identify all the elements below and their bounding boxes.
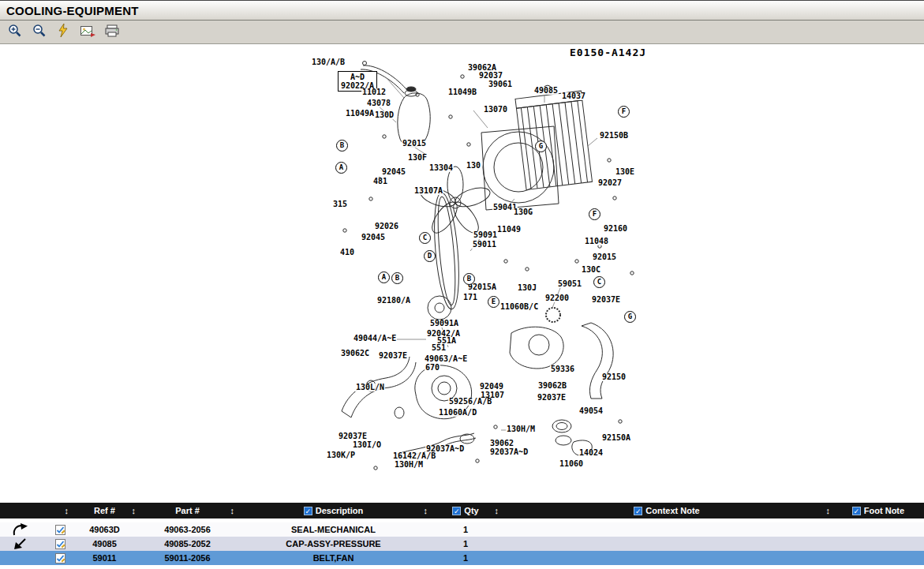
part-label-551[interactable]: 551: [431, 344, 447, 352]
part-label-130K-P[interactable]: 130K/P: [326, 451, 356, 459]
column-header-qty[interactable]: ✓Qty↕: [430, 503, 501, 518]
part-label-92200[interactable]: 92200: [544, 294, 570, 302]
part-label-49085[interactable]: 49085: [533, 87, 559, 95]
part-label-49054[interactable]: 49054: [578, 407, 604, 415]
back-arrow-icon[interactable]: [0, 537, 41, 550]
ref-circle-marker-F: F: [589, 208, 600, 220]
part-label-92015[interactable]: 92015: [592, 253, 617, 261]
part-label-59336[interactable]: 59336: [550, 365, 575, 373]
part-label-92037E[interactable]: 92037E: [537, 394, 567, 402]
part-label-92037E[interactable]: 92037E: [378, 352, 408, 360]
column-header-context[interactable]: ✓Context Note↕: [501, 503, 832, 518]
sort-icon[interactable]: ↕: [826, 506, 831, 515]
column-checkbox-qty[interactable]: ✓: [452, 507, 461, 515]
part-label-59011[interactable]: 59011: [472, 241, 497, 249]
part-label-14037[interactable]: 14037: [561, 92, 586, 100]
part-label-13107A[interactable]: 13107A: [413, 187, 443, 195]
column-header-ref[interactable]: Ref #↕: [71, 503, 138, 518]
part-label-130F[interactable]: 130F: [407, 154, 428, 162]
part-label-92150B[interactable]: 92150B: [599, 132, 629, 140]
part-label-11012[interactable]: 11012: [361, 88, 387, 96]
cell-part: 49085-2052: [138, 537, 237, 551]
part-label-39062[interactable]: 39062: [489, 440, 514, 447]
ref-circle-marker-C: C: [419, 232, 431, 244]
part-label-11049[interactable]: 11049: [496, 226, 522, 234]
part-label-92049[interactable]: 92049: [479, 383, 504, 391]
forward-curved-arrow-icon[interactable]: [0, 523, 41, 537]
part-label-43078[interactable]: 43078: [366, 99, 391, 107]
row-icons-cell: [0, 537, 71, 551]
part-label-11060B-C[interactable]: 11060B/C: [499, 303, 539, 311]
column-header-icons[interactable]: ↕: [0, 503, 71, 518]
part-label-59256-A-B[interactable]: 59256/A/B: [448, 398, 492, 406]
part-label-59051[interactable]: 59051: [557, 280, 582, 288]
part-label-92037E[interactable]: 92037E: [591, 296, 621, 304]
part-label-11049A[interactable]: 11049A: [345, 110, 375, 118]
part-label-130[interactable]: 130: [466, 162, 481, 170]
sort-icon[interactable]: ↕: [495, 506, 499, 515]
part-label-16142-A-B[interactable]: 16142/A/B: [392, 452, 436, 460]
part-label-39061[interactable]: 39061: [488, 80, 513, 88]
part-label-92037E[interactable]: 92037E: [338, 432, 368, 440]
table-row-49063D[interactable]: 49063D49063-2056SEAL-MECHANICAL1: [0, 522, 924, 537]
part-label-481[interactable]: 481: [372, 178, 388, 185]
part-label-92150[interactable]: 92150: [601, 373, 627, 381]
part-label-670[interactable]: 670: [425, 364, 440, 372]
table-row-59011[interactable]: 5901159011-2056BELT,FAN1: [0, 551, 924, 565]
part-label-39062B[interactable]: 39062B: [537, 382, 567, 390]
note-checkbox-icon[interactable]: [55, 553, 65, 563]
sort-icon[interactable]: ↕: [230, 506, 235, 515]
cell-qty: 1: [430, 537, 501, 551]
part-label-92045[interactable]: 92045: [381, 168, 406, 176]
table-row-49085[interactable]: 4908549085-2052CAP-ASSY-PRESSURE1: [0, 537, 924, 551]
sort-icon[interactable]: ↕: [424, 506, 428, 515]
part-label-92045[interactable]: 92045: [361, 234, 386, 241]
part-label-130D[interactable]: 130D: [374, 111, 395, 119]
part-label-92180-A[interactable]: 92180/A: [376, 297, 411, 305]
part-label-130H-M[interactable]: 130H/M: [394, 461, 424, 469]
part-label-410[interactable]: 410: [339, 249, 355, 256]
table-body: 49063D49063-2056SEAL-MECHANICAL149085490…: [0, 522, 924, 565]
column-header-desc[interactable]: ✓Description↕: [237, 503, 430, 518]
part-label-315[interactable]: 315: [332, 200, 348, 208]
part-label-92027[interactable]: 92027: [597, 179, 623, 187]
part-label-39062C[interactable]: 39062C: [340, 350, 370, 357]
cell-desc: CAP-ASSY-PRESSURE: [237, 537, 430, 551]
sort-icon[interactable]: ↕: [65, 506, 69, 515]
note-checkbox-icon[interactable]: [55, 525, 65, 535]
part-label-92150A[interactable]: 92150A: [601, 434, 631, 442]
part-label-92015A[interactable]: 92015A: [467, 283, 497, 291]
part-label-13070[interactable]: 13070: [483, 106, 508, 114]
column-checkbox-foot[interactable]: ✓: [852, 507, 861, 515]
part-label-11049B[interactable]: 11049B: [447, 88, 477, 96]
note-checkbox-icon[interactable]: [55, 539, 65, 549]
part-label-130H-M[interactable]: 130H/M: [506, 425, 536, 433]
part-label-49044-A-E[interactable]: 49044/A~E: [353, 335, 397, 343]
part-label-59091[interactable]: 59091: [473, 231, 498, 239]
part-label-130J[interactable]: 130J: [517, 284, 537, 292]
part-label-130-A-B[interactable]: 130/A/B: [311, 58, 346, 66]
part-label-130C[interactable]: 130C: [581, 266, 601, 274]
part-label-59091A[interactable]: 59091A: [429, 320, 459, 328]
sort-icon[interactable]: ↕: [132, 506, 137, 515]
column-header-part[interactable]: Part #↕: [138, 503, 237, 518]
column-checkbox-desc[interactable]: ✓: [304, 507, 312, 515]
column-label-context: Context Note: [645, 506, 699, 515]
part-label-11048[interactable]: 11048: [584, 238, 609, 245]
part-label-130I-O[interactable]: 130I/O: [352, 441, 382, 449]
part-label-49063-A-E[interactable]: 49063/A~E: [424, 355, 468, 363]
part-label-92026[interactable]: 92026: [374, 223, 399, 230]
part-label-130E[interactable]: 130E: [615, 168, 635, 176]
part-label-92160[interactable]: 92160: [603, 225, 628, 233]
column-checkbox-context[interactable]: ✓: [634, 507, 642, 515]
part-label-92037[interactable]: 92037: [478, 72, 503, 80]
part-label-11060[interactable]: 11060: [559, 460, 584, 468]
part-label-130L-N[interactable]: 130L/N: [355, 384, 385, 391]
part-label-130G[interactable]: 130G: [513, 208, 533, 216]
part-label-171[interactable]: 171: [462, 294, 478, 301]
part-label-13304[interactable]: 13304: [428, 164, 454, 172]
part-label-14024[interactable]: 14024: [578, 449, 604, 457]
part-label-92015[interactable]: 92015: [402, 140, 427, 148]
part-label-92037A-D[interactable]: 92037A~D: [489, 448, 529, 456]
part-label-11060A-D[interactable]: 11060A/D: [438, 409, 477, 417]
